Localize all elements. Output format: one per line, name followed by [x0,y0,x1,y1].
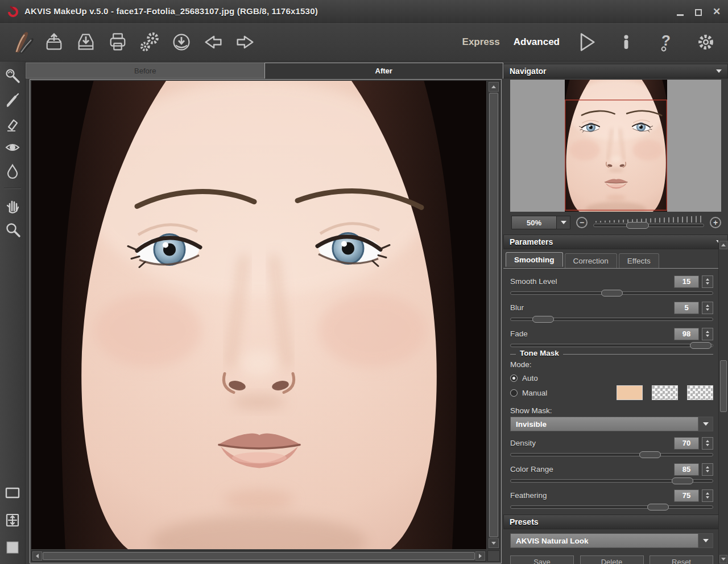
navigator-header[interactable]: Navigator [503,64,728,79]
color-range-handle[interactable] [672,477,693,484]
brush-tool-button[interactable] [2,89,23,110]
manual-radio[interactable] [510,389,518,397]
feathering-spinner[interactable] [702,489,713,502]
vertical-scroll-thumb[interactable] [489,93,498,537]
hand-tool-button[interactable] [2,195,23,216]
preset-delete-button[interactable]: Delete [580,555,644,564]
smooth-level-spinner[interactable] [702,275,713,288]
presets-dropdown-button[interactable] [698,534,713,547]
zoom-out-button[interactable]: − [576,217,588,228]
panel-scroll-up-button[interactable] [719,241,727,249]
smooth-level-value[interactable]: 15 [674,275,699,288]
show-mask-label: Show Mask: [510,402,713,415]
canvas-horizontal-scrollbar[interactable] [31,550,486,562]
panel-scroll-down-button[interactable] [719,555,727,563]
fade-slider[interactable] [510,344,713,347]
blur-slider[interactable] [510,318,713,321]
preset-save-button[interactable]: Save [510,555,574,564]
keep-color-swatch[interactable] [652,385,678,400]
publish-button[interactable] [168,28,195,56]
zoom-combo[interactable]: 50% [511,216,570,229]
brush-tool-icon [4,91,21,108]
blur-value[interactable]: 5 [674,302,699,314]
blur-tool-button[interactable] [2,160,23,182]
zoom-tool-button[interactable] [2,219,23,240]
feathering-handle[interactable] [647,504,669,511]
save-button[interactable] [73,28,99,56]
open-button[interactable] [41,28,67,56]
density-spinner[interactable] [702,437,713,450]
scroll-up-button[interactable] [489,82,499,92]
show-mask-dropdown[interactable]: Invisible [510,417,713,431]
smoothing-panel: Smooth Level 15 Blur 5 Fade 98 Tone Mask [503,269,728,509]
horizontal-scroll-thumb[interactable] [43,552,475,560]
photo-canvas[interactable] [31,81,486,549]
zoom-slider[interactable] [593,216,704,229]
density-handle[interactable] [639,451,661,458]
feathering-value[interactable]: 75 [674,489,699,502]
redo-button[interactable] [232,28,258,56]
zoom-in-button[interactable]: + [710,217,721,228]
blur-spinner[interactable] [702,302,713,314]
close-button[interactable]: ✕ [712,7,721,16]
info-button[interactable] [613,28,639,56]
batch-processing-button[interactable] [136,28,163,56]
tab-after[interactable]: After [264,63,504,79]
skin-color-swatch[interactable] [617,385,643,400]
smoothing-tool-button[interactable] [2,65,23,87]
canvas-vertical-scrollbar[interactable] [487,81,500,549]
tab-smoothing[interactable]: Smoothing [506,252,563,267]
panel-scrollbar[interactable] [718,240,728,564]
preview-window-button[interactable] [2,482,23,504]
tab-effects[interactable]: Effects [619,253,659,268]
smooth-level-slider[interactable] [510,291,713,295]
navigator-thumbnail[interactable] [565,80,667,212]
presets-dropdown[interactable]: AKVIS Natural Look [510,533,713,548]
preferences-button[interactable] [693,28,719,56]
feathering-slider[interactable] [510,505,713,509]
zoom-dropdown-button[interactable] [556,216,570,229]
fade-value[interactable]: 98 [674,328,699,340]
run-button[interactable] [573,28,599,56]
color-range-value[interactable]: 85 [674,463,699,476]
color-range-slider[interactable] [510,479,713,483]
tool-rail-separator [4,188,21,189]
eye-tool-button[interactable] [2,137,23,158]
scroll-down-button[interactable] [489,538,499,548]
show-mask-dropdown-button[interactable] [698,417,713,431]
advanced-mode-button[interactable]: Advanced [514,36,560,48]
blur-handle[interactable] [532,316,554,323]
fit-image-button[interactable] [2,509,23,531]
express-mode-button[interactable]: Express [462,36,500,48]
density-slider[interactable] [510,453,713,456]
eraser-tool-button[interactable] [2,113,23,134]
density-value[interactable]: 70 [674,437,699,450]
smooth-level-handle[interactable] [601,290,623,297]
drop-color-swatch[interactable] [687,385,713,400]
fade-handle[interactable] [690,342,712,349]
auto-radio[interactable] [510,374,518,382]
presets-header[interactable]: Presets [503,514,728,529]
tab-before[interactable]: Before [26,63,264,79]
mode-manual-option[interactable]: Manual [510,385,713,400]
zoom-slider-handle[interactable] [626,222,649,229]
scroll-left-button[interactable] [32,551,42,561]
preset-reset-button[interactable]: Reset [650,555,713,564]
parameters-header[interactable]: Parameters [503,234,728,249]
color-range-spinner[interactable] [702,463,713,476]
mode-auto-option[interactable]: Auto [510,370,713,385]
navigator-view-frame[interactable] [565,100,667,211]
maximize-button[interactable] [694,7,703,16]
print-button[interactable] [105,28,131,56]
save-icon [75,31,97,53]
minimize-button[interactable] [676,7,685,16]
panel-scroll-thumb[interactable] [720,360,727,412]
background-color-button[interactable] [2,537,23,558]
undo-button[interactable] [200,28,226,56]
tab-correction[interactable]: Correction [565,253,617,268]
help-button[interactable]: ? [653,28,679,56]
scroll-right-button[interactable] [475,551,485,561]
title-bar[interactable]: AKVIS MakeUp v.5.0 - face17-Fotolia_2568… [0,0,728,23]
fade-spinner[interactable] [702,328,713,340]
navigator-collapse-icon[interactable] [716,69,722,76]
